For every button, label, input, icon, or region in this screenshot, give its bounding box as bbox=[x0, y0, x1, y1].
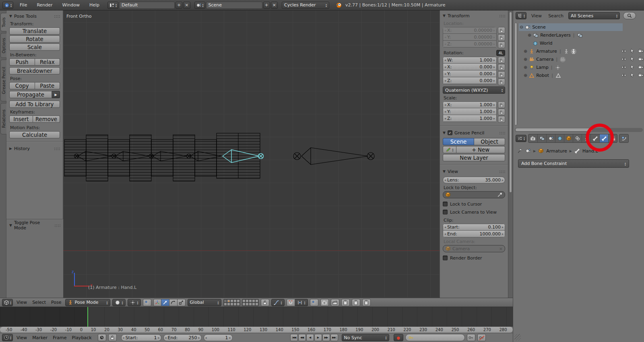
selectable-cursor-icon[interactable] bbox=[630, 72, 635, 78]
close-layout-button[interactable]: × bbox=[183, 2, 190, 9]
tree-closed-icon[interactable]: ⊕ bbox=[524, 49, 527, 54]
layer-cell[interactable] bbox=[230, 303, 233, 306]
layer-cell[interactable] bbox=[246, 299, 249, 303]
scale-z-field[interactable]: ◂Z:1.000▸ bbox=[443, 115, 497, 122]
layer-cell[interactable] bbox=[233, 303, 237, 306]
history-panel-header[interactable]: ▶ History bbox=[9, 145, 60, 152]
view3d-menu-view[interactable]: View bbox=[15, 300, 29, 305]
delete-scene-button[interactable]: × bbox=[271, 2, 278, 9]
outliner-row-robot[interactable]: ⊕ Robot | bbox=[524, 72, 561, 79]
render-border-checkbox[interactable]: ✓ bbox=[443, 255, 448, 260]
outliner-horizontal-scrollbar[interactable] bbox=[515, 128, 643, 132]
panel-grip[interactable] bbox=[54, 147, 60, 150]
tab-bone[interactable] bbox=[590, 134, 599, 142]
add-scene-button[interactable]: + bbox=[263, 2, 270, 9]
layer-cell[interactable] bbox=[255, 299, 258, 303]
gp-data-selector-button[interactable]: ▴▾ bbox=[443, 146, 456, 153]
layer-cell[interactable] bbox=[242, 299, 246, 303]
tab-render-layers[interactable] bbox=[537, 134, 546, 142]
layers-widget[interactable] bbox=[223, 299, 259, 306]
outliner-row-world[interactable]: World bbox=[533, 39, 553, 47]
active-keying-set-field[interactable] bbox=[405, 334, 465, 341]
outliner-row-scene[interactable]: ⊖ Scene bbox=[520, 23, 546, 31]
propagate-button[interactable]: Propagate bbox=[9, 91, 52, 98]
tab-armature-data[interactable] bbox=[582, 134, 590, 142]
lamp-toggles[interactable] bbox=[621, 64, 644, 70]
gp-source-scene-button[interactable]: Scene bbox=[443, 138, 474, 145]
manipulator-scale-toggle[interactable] bbox=[178, 299, 186, 306]
layer-cell[interactable] bbox=[233, 299, 237, 303]
scale-button[interactable]: Scale bbox=[9, 43, 60, 51]
lock-to-cursor-checkbox[interactable]: ✓ bbox=[443, 202, 448, 206]
snap-target-button[interactable] bbox=[310, 299, 318, 306]
lock-rotation-x-button[interactable] bbox=[498, 64, 505, 71]
layer-cell[interactable] bbox=[224, 303, 227, 306]
tree-closed-icon[interactable]: ⊕ bbox=[524, 57, 527, 62]
auto-keyframe-record-button[interactable]: ● bbox=[394, 334, 403, 341]
camera-toggles[interactable] bbox=[621, 56, 644, 62]
calculate-button[interactable]: Calculate bbox=[9, 131, 60, 138]
menu-render[interactable]: Render bbox=[35, 2, 54, 8]
shelf-tab-grease-pencil[interactable]: Grease Pencil bbox=[0, 60, 6, 101]
scale-x-field[interactable]: ◂X:1.000▸ bbox=[443, 101, 497, 108]
lock-rotation-z-button[interactable] bbox=[498, 78, 505, 85]
lock-rotation-w-button[interactable] bbox=[498, 57, 505, 64]
panel-grip[interactable] bbox=[499, 170, 505, 173]
snap-toggle[interactable] bbox=[287, 299, 295, 306]
outliner-menu-search[interactable]: Search bbox=[547, 13, 565, 19]
robot-toggles[interactable] bbox=[621, 72, 644, 78]
outliner-filter-dropdown[interactable]: All Scenes ▴▾ bbox=[568, 12, 620, 19]
lock-scale-y-button[interactable] bbox=[498, 109, 505, 115]
gp-new-button[interactable]: + New bbox=[456, 146, 505, 153]
use-preview-range-toggle[interactable] bbox=[98, 334, 106, 341]
rotation-w-field[interactable]: ◂W:1.000▸ bbox=[443, 57, 497, 64]
shelf-tab-tools[interactable]: Tools bbox=[0, 13, 6, 31]
current-frame-field[interactable]: ◂1▸ bbox=[204, 334, 233, 341]
lens-field[interactable]: ◂Lens:35.000▸ bbox=[443, 177, 505, 183]
selectable-cursor-icon[interactable] bbox=[630, 48, 635, 54]
sync-mode-dropdown[interactable]: No Sync ▴▾ bbox=[342, 334, 389, 341]
rotation-y-field[interactable]: ◂Y:0.000▸ bbox=[443, 70, 497, 77]
lock-location-y-button[interactable] bbox=[498, 34, 505, 41]
lock-camera-to-view-row[interactable]: ✓ Lock Camera to View bbox=[443, 208, 505, 216]
lock-to-object-field[interactable] bbox=[443, 191, 505, 198]
render-toggle-camera-icon[interactable] bbox=[638, 56, 644, 62]
add-bone-constraint-dropdown[interactable]: Add Bone Constraint ▴▾ bbox=[518, 159, 629, 168]
view-panel-header[interactable]: ▼ View bbox=[443, 168, 505, 175]
render-engine-dropdown[interactable]: Cycles Render ▴▾ bbox=[282, 2, 329, 9]
render-toggle-camera-icon[interactable] bbox=[638, 48, 644, 54]
layer-cell[interactable] bbox=[227, 303, 230, 306]
eye-icon[interactable] bbox=[621, 72, 627, 78]
rotate-button[interactable]: Rotate bbox=[9, 35, 60, 43]
viewport-3d[interactable]: Front Ortho z x (1) Armature : Hand.L ▼ … bbox=[63, 10, 513, 298]
lock-scale-x-button[interactable] bbox=[498, 101, 505, 108]
outliner-row-camera[interactable]: ⊕ Camera | bbox=[524, 56, 566, 63]
scene-selector-icon-button[interactable]: ▴▾ bbox=[194, 2, 205, 9]
outliner-scrollbar[interactable] bbox=[514, 23, 517, 126]
outliner-row-renderlayers[interactable]: ⊕ RenderLayers | bbox=[528, 31, 583, 39]
layer-cell[interactable] bbox=[237, 303, 240, 306]
opengl-render-anim-button[interactable] bbox=[331, 299, 339, 306]
menu-file[interactable]: File bbox=[18, 2, 29, 8]
copy-pose-button[interactable]: Copy bbox=[9, 82, 35, 89]
screen-layout-field[interactable]: Default bbox=[119, 2, 175, 9]
gp-source-object-button[interactable]: Object bbox=[474, 138, 505, 145]
tab-bone-constraints[interactable] bbox=[599, 134, 608, 142]
editor-type-button-outliner[interactable]: ▴▾ bbox=[516, 12, 526, 19]
lock-to-cursor-row[interactable]: ✓ Lock to Cursor bbox=[443, 200, 505, 208]
lock-location-z-button[interactable] bbox=[498, 41, 505, 48]
jump-to-start-button[interactable]: |◀◀ bbox=[290, 334, 298, 341]
breadcrumb-object[interactable]: Armature bbox=[546, 148, 567, 154]
lock-rotation-y-button[interactable] bbox=[498, 71, 505, 78]
lock-scale-z-button[interactable] bbox=[498, 116, 505, 123]
outliner-row-lamp[interactable]: ⊕ Lamp | bbox=[524, 64, 561, 71]
panel-grip[interactable] bbox=[54, 15, 60, 18]
n-panel-scrollbar[interactable] bbox=[508, 10, 513, 298]
layer-cell[interactable] bbox=[249, 303, 252, 306]
shelf-tab-options[interactable]: Options bbox=[0, 33, 6, 58]
outliner-row-armature[interactable]: ⊕ Armature | bbox=[524, 47, 576, 55]
timeline-menu-marker[interactable]: Marker bbox=[31, 335, 49, 340]
remove-keyframe-button[interactable]: Remove bbox=[33, 115, 60, 123]
breakdowner-button[interactable]: Breakdowner bbox=[9, 67, 60, 74]
pose-tools-panel-header[interactable]: ▼ Pose Tools bbox=[9, 12, 60, 20]
